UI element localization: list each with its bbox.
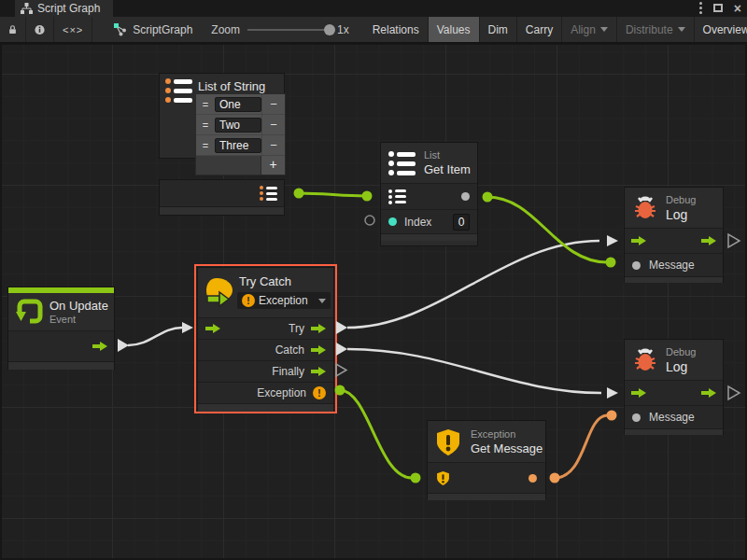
finally-out-port-marker[interactable] [336,364,346,376]
zoom-label: Zoom [211,23,240,36]
try-output-port[interactable] [311,324,326,334]
trycatch-in-arrowhead[interactable] [182,322,193,333]
maximize-icon[interactable] [713,4,723,12]
list-item-row: = Three − [196,135,285,156]
zoom-slider[interactable] [247,29,330,31]
flow-output-port[interactable] [701,236,716,246]
dropdown-value: Exception [259,294,315,307]
flow-input-port[interactable] [205,324,220,334]
message-input-port[interactable] [632,413,641,422]
log1-message-port-marker[interactable] [606,258,616,268]
list-item-row: = One − [196,94,285,115]
code-icon: <×> [63,24,83,35]
node-footer [625,276,723,283]
chevron-down-icon [678,27,685,32]
distribute-button[interactable]: Distribute [617,17,695,42]
node-try-catch[interactable]: Try Catch ! Exception Try Catch Finally … [197,267,334,411]
flow-output-port[interactable] [92,342,107,352]
list-icon [165,78,193,103]
window-menu-icon[interactable] [699,2,702,14]
exception-type-dropdown[interactable]: ! Exception [237,292,331,309]
catch-output-port[interactable] [311,345,326,356]
node-get-item[interactable]: List Get Item Index 0 [380,142,478,246]
carry-button[interactable]: Carry [517,17,562,42]
node-footer [625,428,723,435]
flow-output-port[interactable] [701,388,716,399]
node-debug-log-2[interactable]: Debug Log Message [624,339,724,435]
list-item-field[interactable]: Two [215,118,261,133]
zoom-slider-handle[interactable] [324,24,335,35]
list-input-port[interactable] [388,189,406,204]
exception-out-port-marker[interactable] [335,385,345,396]
lock-icon [8,23,17,35]
flow-input-port[interactable] [631,388,646,399]
item-output-port[interactable] [461,192,470,201]
code-preview-button[interactable]: <×> [54,17,92,42]
window-titlebar: Script Graph × [0,0,747,17]
drag-handle-icon[interactable]: = [196,119,215,131]
getitem-out-port-marker[interactable] [483,192,493,203]
onupdate-out-port-marker[interactable] [118,339,129,352]
relations-button[interactable]: Relations [364,17,429,42]
try-out-port-marker[interactable] [336,321,347,334]
warning-icon: ! [242,294,255,307]
dim-button[interactable]: Dim [480,17,517,42]
getitem-in-port-marker[interactable] [362,191,373,202]
lock-button[interactable] [0,17,26,42]
zoom-control: Zoom 1x [202,17,358,42]
align-button[interactable]: Align [562,17,617,42]
values-button[interactable]: Values [429,17,480,42]
node-on-update[interactable]: On Update Event [7,287,115,370]
list-out-port-marker[interactable] [294,189,304,199]
remove-item-button[interactable]: − [261,94,285,115]
message-input-port[interactable] [632,261,641,270]
node-subtitle: Event [49,314,76,325]
node-get-message[interactable]: Exception Get Message [427,420,546,499]
message-label: Message [649,411,695,424]
index-value-field[interactable]: 0 [453,214,470,231]
add-item-button[interactable]: + [261,156,285,175]
index-label: Index [404,216,445,229]
list-item-field[interactable]: One [215,97,261,112]
log1-out-port-marker[interactable] [728,234,740,247]
tab-script-graph[interactable]: Script Graph [15,0,113,17]
list-item-field[interactable]: Three [215,138,261,153]
close-icon[interactable]: × [734,3,741,14]
node-list-of-string[interactable]: List of String = One − = Two − = Three −… [159,73,285,159]
getmessage-out-port-marker[interactable] [550,473,560,483]
node-debug-log-1[interactable]: Debug Log Message [624,187,724,283]
hierarchy-icon [21,3,33,14]
remove-item-button[interactable]: − [261,115,285,135]
exception-output-port[interactable]: ! [313,386,326,399]
info-button[interactable] [26,17,54,42]
getmessage-in-port-marker[interactable] [411,473,421,483]
drag-handle-icon[interactable]: = [196,99,215,110]
graph-toolbar: <×> ScriptGraph Zoom 1x Relations Values… [0,17,747,43]
exception-input-port[interactable] [436,470,450,486]
list-output-port[interactable] [260,186,277,201]
log2-out-port-marker[interactable] [728,386,740,399]
catch-out-port-marker[interactable] [336,343,347,356]
graph-canvas[interactable]: List of String = One − = Two − = Three −… [0,43,747,560]
drag-handle-icon[interactable]: = [196,140,215,151]
log1-in-arrowhead[interactable] [607,235,618,246]
remove-item-button[interactable]: − [261,135,285,156]
node-category: List [424,149,440,161]
flow-input-port[interactable] [631,236,646,246]
log2-in-arrowhead[interactable] [607,387,618,399]
node-title: Try Catch [239,274,291,288]
wire-getmessage-to-log2-message [555,415,607,478]
node-category: Debug [666,346,696,357]
message-output-port[interactable] [529,474,537,483]
index-input-port[interactable] [388,217,397,226]
graph-icon [113,22,127,36]
finally-output-port[interactable] [311,367,326,377]
message-label: Message [649,259,695,272]
node-list-of-string-ports[interactable] [159,179,285,216]
breadcrumb[interactable]: ScriptGraph [104,17,202,42]
log2-message-port-marker[interactable] [607,411,617,421]
chevron-down-icon [600,27,608,32]
getitem-index-port-marker[interactable] [365,216,374,225]
overview-button[interactable]: Overview [695,17,747,42]
wire-onupdate-to-trycatch [128,328,182,345]
